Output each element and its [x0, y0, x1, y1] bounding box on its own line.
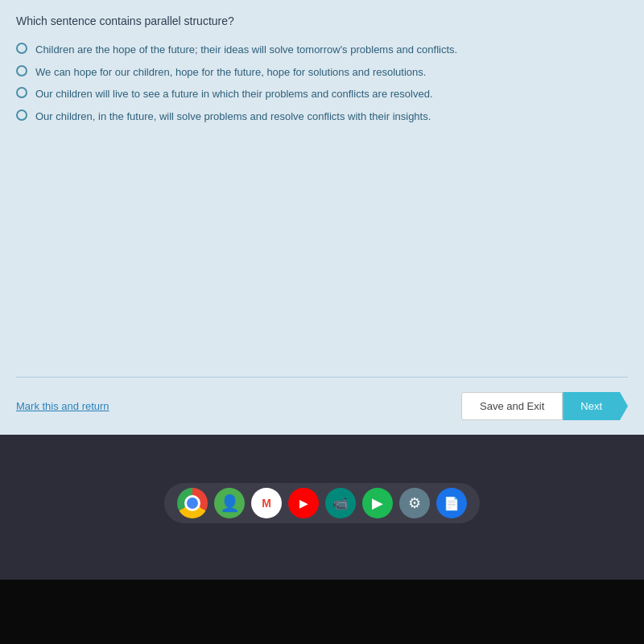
option-text-3: Our children will live to see a future i…: [35, 86, 433, 102]
radio-2[interactable]: [16, 65, 27, 76]
taskbar: 👤 M ▶ 📹 ▶ ⚙ 📄: [164, 483, 480, 523]
action-buttons: Save and Exit Next: [461, 392, 628, 420]
save-exit-button[interactable]: Save and Exit: [461, 392, 563, 420]
taskbar-person-icon[interactable]: 👤: [214, 488, 245, 518]
bottom-black-bar: [0, 580, 644, 644]
mark-return-button[interactable]: Mark this and return: [16, 400, 109, 412]
options-list: Children are the hope of the future; the…: [16, 42, 628, 124]
taskbar-docs-icon[interactable]: 📄: [436, 488, 467, 518]
taskbar-chrome-icon[interactable]: [177, 488, 208, 518]
taskbar-area: 👤 M ▶ 📹 ▶ ⚙ 📄: [0, 435, 644, 580]
question-text: Which sentence contains parallel structu…: [16, 14, 628, 27]
option-text-4: Our children, in the future, will solve …: [35, 109, 431, 125]
radio-4[interactable]: [16, 109, 27, 121]
option-item-4[interactable]: Our children, in the future, will solve …: [16, 109, 628, 125]
taskbar-youtube-icon[interactable]: ▶: [288, 488, 319, 518]
taskbar-settings-icon[interactable]: ⚙: [399, 488, 430, 518]
option-text-2: We can hope for our children, hope for t…: [35, 64, 426, 80]
option-item-1[interactable]: Children are the hope of the future; the…: [16, 42, 628, 58]
next-button[interactable]: Next: [563, 392, 628, 420]
quiz-area: Which sentence contains parallel structu…: [0, 0, 644, 435]
taskbar-gmail-icon[interactable]: M: [251, 488, 282, 518]
radio-3[interactable]: [16, 87, 27, 98]
option-text-1: Children are the hope of the future; the…: [35, 42, 457, 58]
option-item-2[interactable]: We can hope for our children, hope for t…: [16, 64, 628, 80]
taskbar-meet-icon[interactable]: 📹: [325, 488, 356, 518]
bottom-bar: Mark this and return Save and Exit Next: [16, 387, 628, 423]
radio-1[interactable]: [16, 43, 27, 54]
bottom-divider: [16, 377, 628, 378]
taskbar-play-icon[interactable]: ▶: [362, 488, 393, 518]
screen: Which sentence contains parallel structu…: [0, 0, 644, 644]
option-item-3[interactable]: Our children will live to see a future i…: [16, 86, 628, 102]
